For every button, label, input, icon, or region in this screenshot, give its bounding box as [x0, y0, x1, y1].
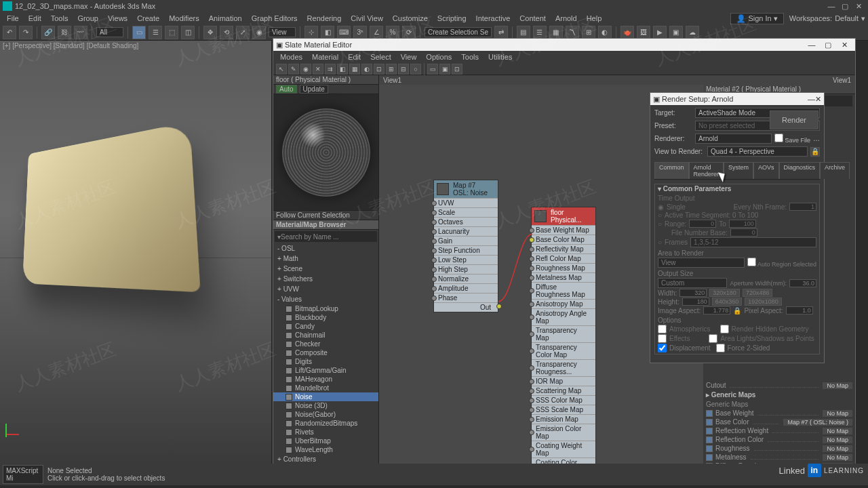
- sme-assign-icon[interactable]: ◉: [300, 64, 311, 75]
- bind-icon[interactable]: 〰: [74, 26, 87, 39]
- node-input-slot[interactable]: Emission Color Map: [532, 424, 595, 441]
- toggle-ribbon-icon[interactable]: ▦: [549, 26, 563, 39]
- tree-item[interactable]: WaveLength: [273, 445, 378, 454]
- node-input-slot[interactable]: Lacunarity: [434, 226, 498, 236]
- sme-move-children-icon[interactable]: ⇉: [325, 64, 336, 75]
- render-prod-icon[interactable]: ▶: [653, 26, 667, 39]
- percent-snap-icon[interactable]: %: [386, 26, 399, 39]
- update-button[interactable]: Update: [300, 85, 328, 94]
- follow-selection[interactable]: Follow Current Selection: [273, 211, 378, 220]
- sme-select-by-material-icon[interactable]: ▭: [427, 64, 438, 75]
- sme-menu-utilities[interactable]: Utilities: [484, 53, 516, 61]
- tree-item[interactable]: Candy: [273, 322, 378, 331]
- lock-view-icon[interactable]: 🔒: [810, 147, 820, 157]
- menu-animation[interactable]: Animation: [205, 14, 246, 22]
- map-slot-button[interactable]: No Map: [823, 454, 852, 461]
- tree-cat-math[interactable]: Math: [273, 253, 378, 264]
- preset-size-1[interactable]: 720x486: [743, 289, 773, 297]
- schematic-view-icon[interactable]: ⊞: [582, 26, 595, 39]
- tree-item[interactable]: RandomizedBitmaps: [273, 419, 378, 428]
- node-input-slot[interactable]: Octaves: [434, 217, 498, 226]
- link-icon[interactable]: 🔗: [41, 26, 55, 39]
- node-input-slot[interactable]: Base Weight Map: [532, 225, 595, 235]
- angle-snap-icon[interactable]: ∠: [370, 26, 383, 39]
- viewport[interactable]: [+] [Perspective] [Standard] [Default Sh…: [0, 41, 271, 464]
- sme-layout-children-icon[interactable]: ⊟: [398, 64, 409, 75]
- tree-cat-osl[interactable]: OSL: [273, 243, 378, 253]
- select-name-icon[interactable]: ☰: [149, 26, 162, 39]
- ref-coord-system[interactable]: View: [269, 27, 296, 37]
- sme-dock-icon[interactable]: ▣: [439, 64, 450, 75]
- sme-hide-unused-icon[interactable]: ◧: [337, 64, 348, 75]
- node-osl-noise[interactable]: Map #7 OSL: Noise UVWScaleOctavesLacunar…: [433, 180, 498, 312]
- menu-file[interactable]: File: [3, 14, 23, 22]
- save-file-checkbox[interactable]: [774, 134, 783, 142]
- node-floor[interactable]: floor Physical... Base Weight MapBase Co…: [531, 207, 596, 468]
- graph-tab[interactable]: View1: [379, 75, 703, 85]
- sme-menu-select[interactable]: Select: [366, 53, 395, 61]
- browse-icon[interactable]: …: [813, 135, 820, 142]
- map-enabled-checkbox[interactable]: [706, 454, 713, 461]
- tree-cat-switchers[interactable]: Switchers: [273, 274, 378, 284]
- node-input-slot[interactable]: SSS Color Map: [532, 395, 595, 405]
- tree-item[interactable]: Noise(Gabor): [273, 410, 378, 419]
- sme-maximize-button[interactable]: ▢: [820, 41, 836, 49]
- node-input-slot[interactable]: Scattering Map: [532, 386, 595, 395]
- scale-icon[interactable]: ⤢: [236, 26, 250, 39]
- sme-show-map-icon[interactable]: ▦: [349, 64, 360, 75]
- map-slot-button[interactable]: No Map: [823, 445, 852, 452]
- node-input-slot[interactable]: Roughness Map: [532, 263, 595, 272]
- menu-content[interactable]: Content: [515, 14, 550, 22]
- displacement-checkbox[interactable]: [658, 344, 667, 352]
- tree-item[interactable]: Rivets: [273, 428, 378, 436]
- tree-item[interactable]: Composite: [273, 348, 378, 357]
- preset-size-0[interactable]: 320x180: [709, 289, 740, 297]
- map-enabled-checkbox[interactable]: [706, 428, 713, 434]
- selection-filter[interactable]: All: [96, 27, 123, 37]
- aperture-spinner[interactable]: 36.0: [789, 279, 816, 287]
- atmospherics-checkbox[interactable]: [658, 325, 667, 333]
- menu-help[interactable]: Help: [583, 14, 606, 22]
- preset-size-3[interactable]: 1920x1080: [745, 298, 782, 306]
- keyboard-icon[interactable]: ⌨: [337, 26, 351, 39]
- redo-icon[interactable]: ↷: [19, 26, 33, 39]
- image-aspect-spinner[interactable]: 1.778: [703, 306, 730, 314]
- single-radio[interactable]: Single: [667, 203, 686, 211]
- width-spinner[interactable]: 320: [679, 289, 707, 297]
- out-socket-icon[interactable]: [496, 304, 502, 309]
- sign-in-button[interactable]: 👤 Sign In ▾: [730, 13, 783, 24]
- height-spinner[interactable]: 180: [682, 298, 709, 306]
- menu-scripting[interactable]: Scripting: [433, 14, 471, 22]
- node-input-slot[interactable]: UVW: [434, 198, 498, 207]
- map-enabled-checkbox[interactable]: [706, 436, 713, 443]
- placement-icon[interactable]: ◉: [252, 26, 266, 39]
- select-object-icon[interactable]: ▭: [132, 26, 146, 39]
- named-selection-sets[interactable]: Create Selection Se: [425, 27, 492, 37]
- frames-radio[interactable]: Frames: [665, 239, 688, 246]
- browser-tree[interactable]: OSL Math Scene Switchers UVW Values Bitm…: [273, 243, 378, 479]
- undo-icon[interactable]: ↶: [3, 26, 16, 39]
- right-view-tab[interactable]: View1: [703, 75, 855, 85]
- select-region-icon[interactable]: ⬚: [165, 26, 178, 39]
- maximize-button[interactable]: ▢: [838, 1, 852, 12]
- pivot-icon[interactable]: ⊹: [304, 26, 318, 39]
- node-input-slot[interactable]: Step Function: [434, 245, 498, 255]
- menu-civil-view[interactable]: Civil View: [347, 14, 387, 22]
- tree-item[interactable]: Checker: [273, 340, 378, 348]
- menu-rendering[interactable]: Rendering: [303, 14, 346, 22]
- range-radio[interactable]: Range:: [665, 220, 686, 228]
- close-button[interactable]: ✕: [852, 1, 865, 12]
- map-slot-button[interactable]: No Map: [823, 410, 852, 417]
- menu-create[interactable]: Create: [133, 14, 163, 22]
- node-input-slot[interactable]: Anisotropy Map: [532, 299, 595, 308]
- map-slot-button[interactable]: No Map: [823, 436, 852, 443]
- tree-cat-uvw[interactable]: UVW: [273, 284, 378, 294]
- menu-tools[interactable]: Tools: [47, 14, 73, 22]
- range-from-spinner[interactable]: 0: [689, 220, 716, 228]
- lock-aspect-icon[interactable]: 🔒: [733, 307, 741, 314]
- range-to-spinner[interactable]: 100: [729, 220, 756, 228]
- node-input-slot[interactable]: Phase: [434, 293, 498, 302]
- menu-graph-editors[interactable]: Graph Editors: [248, 14, 302, 22]
- area-dropdown[interactable]: View: [658, 258, 745, 268]
- render-hidden-checkbox[interactable]: [720, 325, 729, 333]
